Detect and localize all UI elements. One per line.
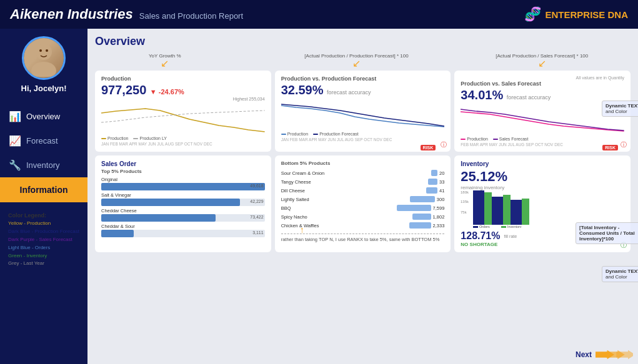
top5-label: Top 5% Products: [101, 169, 265, 174]
sidebar-item-overview[interactable]: 📊 Overview: [0, 104, 87, 129]
sidebar-item-label-overview: Overview: [26, 112, 60, 121]
company-name: Aikenen Industries: [10, 6, 133, 22]
sidebar-item-label-inventory: Inventory: [26, 160, 59, 170]
logo-text: ENTERPRISE DNA: [545, 9, 628, 20]
svg-text:Orders: Orders: [479, 225, 490, 228]
sales-forecast-chart: [461, 104, 624, 135]
legend-item-5: Green - Inventory: [8, 252, 79, 260]
dna-icon: 🧬: [524, 6, 541, 22]
svg-rect-12: [522, 199, 529, 225]
bottom5-label: Bottom 5% Products: [281, 160, 445, 166]
svg-text:75k: 75k: [461, 210, 467, 214]
annotation-prod-formula: [Actual Production / Production Forecast…: [304, 53, 408, 69]
header: Aikenen Industries Sales and Production …: [0, 0, 638, 29]
fill-rate-value: 128.71%: [461, 230, 500, 242]
report-subtitle: Sales and Production Report: [139, 11, 243, 21]
sidebar-item-label-forecast: Forecast: [26, 136, 58, 145]
svg-rect-10: [484, 192, 492, 225]
prod-forecast-value: 32.59% forecast accuracy: [281, 83, 445, 97]
legend-item-3: Dark Purple - Sales Forecast: [8, 236, 79, 244]
svg-rect-13: [473, 226, 478, 228]
bottom5-card: Bottom 5% Products Sour Cream & Onion 20…: [275, 155, 451, 252]
top5-bars: Original 49,618 Salt & Vinegar 42,229: [101, 177, 265, 237]
production-change: ▼ -24.67%: [150, 88, 184, 96]
risk-badge-prod: RISK: [421, 145, 436, 150]
legend-item-1: Yellow - Production: [8, 220, 79, 228]
sales-forecast-value: 34.01% forecast accuracy: [461, 88, 624, 102]
svg-point-0: [36, 44, 52, 60]
next-label: Next: [576, 350, 592, 359]
production-chart: [101, 104, 265, 135]
sidebar-item-inventory[interactable]: 🔧 Inventory: [0, 153, 87, 177]
sales-forecast-legend: Production Sales Forecast: [461, 137, 624, 141]
svg-rect-15: [501, 226, 506, 228]
inventory-icon: 🔧: [9, 159, 21, 171]
svg-rect-9: [511, 200, 522, 225]
production-legend: Production Production LY: [101, 136, 265, 140]
inventory-value: 25.12%: [461, 169, 624, 185]
forecast-icon: 📈: [9, 135, 21, 147]
svg-rect-11: [503, 195, 511, 225]
sidebar: Hi, Jocelyn! 📊 Overview 📈 Forecast 🔧 Inv…: [0, 29, 87, 364]
bottom5-list: Sour Cream & Onion 20 Tangy Cheese 33: [281, 169, 445, 230]
svg-rect-7: [473, 190, 484, 225]
svg-text:135k: 135k: [461, 200, 469, 204]
svg-point-3: [46, 49, 48, 52]
production-label: Production: [101, 76, 265, 82]
greeting-text: Hi, Jocelyn!: [21, 84, 67, 93]
svg-point-1: [31, 62, 56, 77]
nav-items: 📊 Overview 📈 Forecast 🔧 Inventory: [0, 104, 87, 177]
sales-forecast-label: Production vs. Sales Forecast: [461, 81, 624, 87]
prod-forecast-card: Production vs. Production Forecast 32.59…: [275, 71, 451, 152]
next-button[interactable]: Next: [576, 348, 633, 362]
prod-forecast-label: Production vs. Production Forecast: [281, 76, 445, 82]
enterprise-dna-logo: 🧬 ENTERPRISE DNA: [524, 6, 628, 22]
header-title-group: Aikenen Industries Sales and Production …: [10, 6, 243, 22]
annotation-sales-formula: [Actual Production / Sales Forecast] * 1…: [492, 53, 592, 69]
svg-text:Inventory: Inventory: [507, 225, 522, 228]
risk-badge-sales: RISK: [602, 145, 618, 150]
sidebar-item-forecast[interactable]: 📈 Forecast: [0, 129, 87, 153]
dynamic-text-annotation-1: Dynamic TEXT and Color: [602, 101, 638, 117]
content-area: Overview YoY Growth % ↙ [Actual Producti…: [87, 29, 638, 364]
legend-item-6: Grey - Last Year: [8, 260, 79, 268]
main-layout: Hi, Jocelyn! 📊 Overview 📈 Forecast 🔧 Inv…: [0, 29, 638, 364]
prod-forecast-legend: Production Production Forecast: [281, 132, 445, 136]
legend-item-2: Dark Blue - Production Forecast: [8, 228, 79, 236]
rankx-note: rather than taking TOP N, I use RANKX to…: [281, 234, 445, 243]
page-title: Overview: [95, 35, 631, 48]
bottom-cards-row: Sales Order Top 5% Products Original 49,…: [95, 155, 631, 252]
dynamic-text-annotation-2: [Total Inventory - Consumed Units / Tota…: [576, 222, 638, 244]
color-legend: Color Legend: Yellow - Production Dark B…: [2, 207, 86, 272]
sales-order-label: Sales Order: [101, 160, 265, 167]
overview-icon: 📊: [9, 111, 21, 122]
svg-text:180k: 180k: [461, 190, 469, 194]
svg-rect-8: [492, 197, 503, 225]
svg-point-2: [39, 49, 42, 52]
avatar: [22, 36, 66, 80]
sales-order-card: Sales Order Top 5% Products Original 49,…: [95, 155, 271, 252]
dynamic-text-annotation-3: Dynamic TEXT and Color: [602, 266, 638, 282]
avatar-image: [24, 36, 64, 80]
legend-title: Color Legend:: [8, 211, 79, 220]
next-arrows: [596, 348, 633, 362]
prod-forecast-chart: [281, 99, 445, 130]
production-sub: Highest 255,034: [101, 97, 265, 101]
production-value: 977,250 ▼ -24.67%: [101, 83, 265, 97]
sidebar-item-information[interactable]: Information: [0, 177, 87, 202]
overview-top-cards: Production 977,250 ▼ -24.67% Highest 255…: [95, 71, 631, 152]
inventory-card-label: Inventory: [461, 160, 624, 167]
legend-item-4: Light Blue - Orders: [8, 244, 79, 252]
production-card: Production 977,250 ▼ -24.67% Highest 255…: [95, 71, 271, 152]
annotation-yoy: YoY Growth % ↙: [134, 53, 196, 69]
